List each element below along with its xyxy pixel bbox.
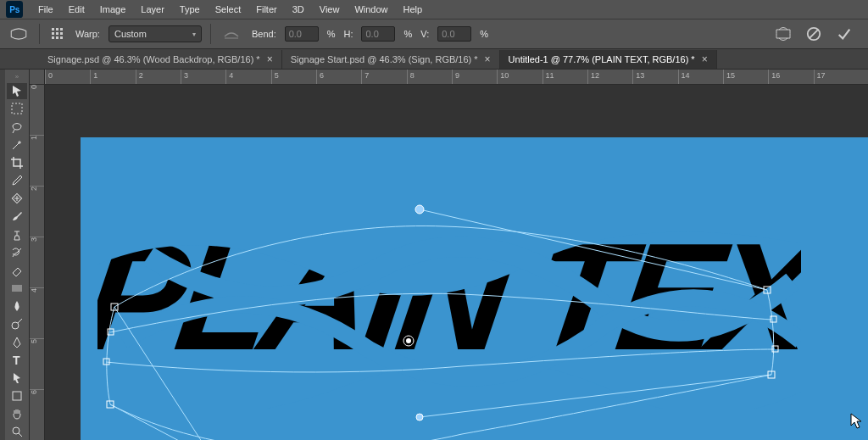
tool-shape[interactable] bbox=[7, 388, 27, 404]
tool-clone[interactable] bbox=[7, 226, 27, 242]
tool-blur[interactable] bbox=[7, 298, 27, 315]
collapse-toolbar-icon[interactable]: » bbox=[5, 73, 29, 81]
svg-rect-2 bbox=[52, 28, 54, 31]
ruler-tick: 1 bbox=[90, 70, 135, 84]
workspace: » T 01234567891011121314151617 0123456 bbox=[0, 70, 868, 440]
svg-line-25 bbox=[19, 433, 22, 437]
warp-style-select[interactable]: Custom ▾ bbox=[108, 25, 202, 42]
separator bbox=[210, 24, 211, 44]
menu-file[interactable]: File bbox=[31, 2, 61, 17]
tool-lasso[interactable] bbox=[7, 119, 27, 135]
pct-2: % bbox=[403, 29, 412, 39]
ruler-tick: 2 bbox=[136, 70, 181, 84]
menu-image[interactable]: Image bbox=[92, 2, 134, 17]
commit-transform-icon[interactable] bbox=[834, 25, 854, 43]
menu-bar: Ps File Edit Image Layer Type Select Fil… bbox=[0, 0, 868, 19]
h-label: H: bbox=[343, 29, 353, 39]
mouse-cursor-icon bbox=[849, 412, 863, 433]
warp-label: Warp: bbox=[75, 29, 100, 39]
v-field[interactable]: 0.0 bbox=[437, 26, 471, 42]
svg-rect-5 bbox=[52, 32, 54, 35]
tool-history-brush[interactable] bbox=[7, 244, 27, 260]
svg-point-24 bbox=[13, 427, 19, 434]
v-label: V: bbox=[420, 29, 429, 39]
menu-help[interactable]: Help bbox=[396, 2, 431, 17]
svg-rect-8 bbox=[52, 36, 54, 39]
svg-rect-19 bbox=[12, 285, 22, 292]
menu-type[interactable]: Type bbox=[172, 2, 208, 17]
svg-line-13 bbox=[810, 30, 819, 39]
tool-magic-wand[interactable] bbox=[7, 136, 27, 153]
ruler-tick: 1 bbox=[30, 136, 44, 187]
bend-label: Bend: bbox=[252, 29, 276, 39]
tool-gradient[interactable] bbox=[7, 280, 27, 296]
cancel-transform-icon[interactable] bbox=[804, 25, 824, 43]
tool-dodge[interactable] bbox=[7, 316, 27, 332]
toolbar: » T bbox=[5, 70, 30, 440]
ruler-vertical[interactable]: 0123456 bbox=[30, 85, 45, 440]
ruler-tick: 5 bbox=[30, 339, 44, 390]
svg-text:T: T bbox=[13, 354, 20, 367]
ruler-tick: 3 bbox=[30, 237, 44, 288]
ruler-tick: 13 bbox=[632, 70, 677, 84]
svg-rect-4 bbox=[60, 28, 63, 31]
menu-filter[interactable]: Filter bbox=[248, 2, 284, 17]
tool-heal[interactable] bbox=[7, 191, 27, 207]
menu-select[interactable]: Select bbox=[208, 2, 249, 17]
tool-eyedropper[interactable] bbox=[7, 172, 27, 188]
bend-field[interactable]: 0.0 bbox=[285, 26, 319, 42]
tool-brush[interactable] bbox=[7, 209, 27, 225]
svg-rect-23 bbox=[13, 392, 21, 400]
ruler-tick: 6 bbox=[30, 390, 44, 440]
warp-style-value: Custom bbox=[114, 29, 147, 39]
ruler-horizontal[interactable]: 01234567891011121314151617 bbox=[45, 70, 868, 85]
warp-mode-icon[interactable] bbox=[7, 25, 31, 43]
ruler-tick: 14 bbox=[678, 70, 723, 84]
close-icon[interactable]: × bbox=[485, 53, 491, 65]
ruler-tick: 2 bbox=[30, 187, 44, 237]
tool-move[interactable] bbox=[7, 83, 27, 99]
svg-line-21 bbox=[18, 319, 22, 323]
ruler-tick: 12 bbox=[587, 70, 632, 84]
ruler-tick: 17 bbox=[814, 70, 859, 84]
ruler-origin[interactable] bbox=[30, 70, 45, 85]
ruler-tick: 15 bbox=[723, 70, 768, 84]
ruler-tick: 3 bbox=[181, 70, 225, 84]
separator bbox=[39, 24, 40, 44]
orientation-icon[interactable] bbox=[220, 25, 243, 43]
menu-layer[interactable]: Layer bbox=[133, 2, 172, 17]
tool-marquee[interactable] bbox=[7, 101, 27, 117]
grid-icon[interactable] bbox=[48, 25, 67, 43]
menu-3d[interactable]: 3D bbox=[285, 2, 312, 17]
menu-view[interactable]: View bbox=[312, 2, 348, 17]
document-tabs: Signage.psd @ 46.3% (Wood Backdrop, RGB/… bbox=[0, 49, 868, 70]
svg-rect-14 bbox=[12, 103, 22, 114]
tab-signage-start[interactable]: Signage Start.psd @ 46.3% (Sign, RGB/16)… bbox=[282, 50, 500, 69]
tab-untitled-1[interactable]: Untitled-1 @ 77.7% (PLAIN TEXT, RGB/16) … bbox=[500, 50, 717, 69]
pct-3: % bbox=[480, 29, 488, 39]
h-field[interactable]: 0.0 bbox=[361, 26, 395, 42]
tab-signage[interactable]: Signage.psd @ 46.3% (Wood Backdrop, RGB/… bbox=[39, 50, 282, 69]
close-icon[interactable]: × bbox=[267, 53, 273, 65]
tool-zoom[interactable] bbox=[7, 424, 27, 440]
ruler-tick: 11 bbox=[542, 70, 587, 84]
canvas-area[interactable]: 01234567891011121314151617 0123456 PLAIN… bbox=[30, 70, 868, 440]
chevron-down-icon: ▾ bbox=[192, 31, 196, 38]
tool-hand[interactable] bbox=[7, 406, 27, 422]
ruler-tick: 8 bbox=[407, 70, 452, 84]
ruler-tick: 6 bbox=[316, 70, 361, 84]
svg-rect-9 bbox=[56, 36, 58, 39]
app-logo[interactable]: Ps bbox=[3, 0, 25, 19]
tool-pen[interactable] bbox=[7, 334, 27, 350]
close-icon[interactable]: × bbox=[702, 53, 708, 65]
menu-edit[interactable]: Edit bbox=[61, 2, 92, 17]
switch-warp-icon[interactable] bbox=[773, 25, 793, 43]
tool-path-select[interactable] bbox=[7, 370, 27, 386]
tool-crop[interactable] bbox=[7, 154, 27, 170]
tool-eraser[interactable] bbox=[7, 262, 27, 278]
ruler-tick: 9 bbox=[452, 70, 497, 84]
menu-window[interactable]: Window bbox=[347, 2, 395, 17]
tool-type[interactable]: T bbox=[7, 352, 27, 368]
svg-rect-3 bbox=[56, 28, 58, 31]
ruler-tick: 4 bbox=[30, 288, 44, 339]
